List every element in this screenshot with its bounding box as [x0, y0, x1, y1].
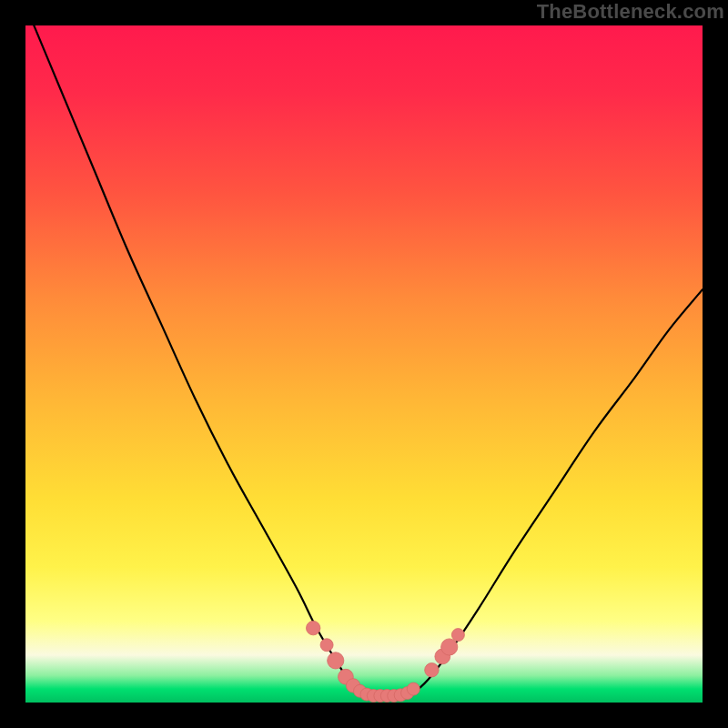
data-marker — [307, 621, 320, 634]
data-marker — [320, 639, 333, 652]
plot-area — [25, 25, 703, 703]
curve-layer — [25, 25, 703, 703]
watermark-label: TheBottleneck.com — [537, 0, 724, 24]
data-marker — [425, 663, 439, 677]
data-marker — [328, 652, 344, 669]
chart-frame: TheBottleneck.com — [0, 0, 728, 728]
bottleneck-curve — [25, 25, 703, 696]
data-marker — [451, 629, 464, 642]
data-marker — [441, 639, 458, 655]
data-marker — [407, 682, 420, 695]
